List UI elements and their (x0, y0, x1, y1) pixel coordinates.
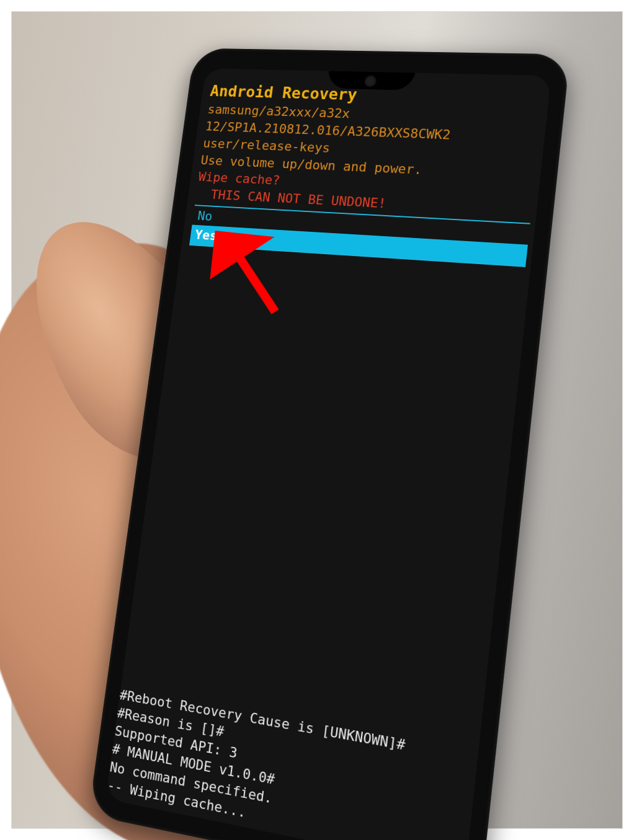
phone-body: Android Recovery samsung/a32xxx/a32x 12/… (89, 48, 571, 840)
photo-frame: Android Recovery samsung/a32xxx/a32x 12/… (11, 11, 623, 829)
phone-screen: Android Recovery samsung/a32xxx/a32x 12/… (105, 68, 551, 840)
recovery-screen: Android Recovery samsung/a32xxx/a32x 12/… (105, 68, 551, 840)
recovery-log: #Reboot Recovery Cause is [UNKNOWN]# #Re… (106, 686, 478, 840)
